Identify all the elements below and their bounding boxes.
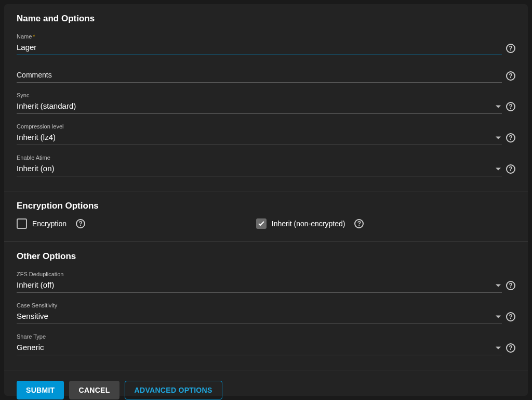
- inherit-checkbox-label: Inherit (non-encrypted): [272, 220, 345, 228]
- required-star: *: [33, 33, 35, 40]
- name-input[interactable]: [17, 41, 502, 55]
- comments-field-row: ? Comments: [17, 69, 515, 83]
- share-select[interactable]: Generic: [17, 341, 502, 355]
- section-other: Other Options ZFS Deduplication Inherit …: [4, 242, 528, 370]
- section-title-other: Other Options: [17, 251, 515, 262]
- compression-label: Compression level: [17, 123, 63, 130]
- sync-label: Sync: [17, 92, 29, 98]
- help-icon[interactable]: ?: [506, 164, 515, 174]
- name-label: Name*: [17, 33, 35, 40]
- sync-field-row: Sync Inherit (standard) ?: [17, 90, 515, 114]
- inherit-checkbox-item: Inherit (non-encrypted) ?: [256, 218, 515, 229]
- compression-select[interactable]: Inherit (lz4): [17, 131, 502, 145]
- help-icon[interactable]: ?: [506, 44, 515, 53]
- section-title-name-options: Name and Options: [17, 14, 515, 24]
- share-label: Share Type: [17, 333, 46, 340]
- inherit-checkbox[interactable]: [256, 218, 267, 229]
- atime-label: Enable Atime: [17, 154, 50, 161]
- case-label: Case Sensitivity: [17, 302, 57, 308]
- comments-input[interactable]: [17, 69, 502, 83]
- form-actions: SUBMIT CANCEL ADVANCED OPTIONS: [4, 370, 528, 400]
- encryption-checkbox-label: Encryption: [32, 220, 66, 228]
- atime-select[interactable]: Inherit (on): [17, 162, 502, 176]
- help-icon[interactable]: ?: [506, 133, 515, 143]
- dedup-field-row: ZFS Deduplication Inherit (off) ?: [17, 269, 515, 293]
- dataset-form-card: Name and Options Name* ? ? Comments Sync…: [4, 4, 528, 396]
- name-field-row: Name* ?: [17, 31, 515, 55]
- section-name-options: Name and Options Name* ? ? Comments Sync…: [4, 4, 528, 191]
- case-select[interactable]: Sensitive: [17, 309, 502, 324]
- share-field-row: Share Type Generic ?: [17, 331, 515, 355]
- dedup-label: ZFS Deduplication: [17, 271, 64, 277]
- encryption-checkbox-item: Encryption ?: [17, 218, 256, 229]
- advanced-options-button[interactable]: ADVANCED OPTIONS: [125, 381, 222, 399]
- cancel-button[interactable]: CANCEL: [69, 381, 119, 399]
- encryption-checkbox[interactable]: [17, 218, 27, 229]
- help-icon[interactable]: ?: [506, 71, 515, 81]
- help-icon[interactable]: ?: [506, 312, 515, 321]
- section-encryption: Encryption Options Encryption ? Inherit …: [4, 191, 528, 242]
- help-icon[interactable]: ?: [506, 343, 515, 353]
- dedup-select[interactable]: Inherit (off): [17, 278, 502, 293]
- help-icon[interactable]: ?: [76, 219, 85, 228]
- sync-select[interactable]: Inherit (standard): [17, 99, 502, 114]
- check-icon: [258, 221, 264, 226]
- submit-button[interactable]: SUBMIT: [17, 381, 64, 399]
- help-icon[interactable]: ?: [354, 219, 364, 228]
- atime-field-row: Enable Atime Inherit (on) ?: [17, 152, 515, 176]
- case-field-row: Case Sensitivity Sensitive ?: [17, 300, 515, 324]
- compression-field-row: Compression level Inherit (lz4) ?: [17, 121, 515, 145]
- help-icon[interactable]: ?: [506, 102, 515, 111]
- section-title-encryption: Encryption Options: [17, 201, 515, 211]
- help-icon[interactable]: ?: [506, 281, 515, 290]
